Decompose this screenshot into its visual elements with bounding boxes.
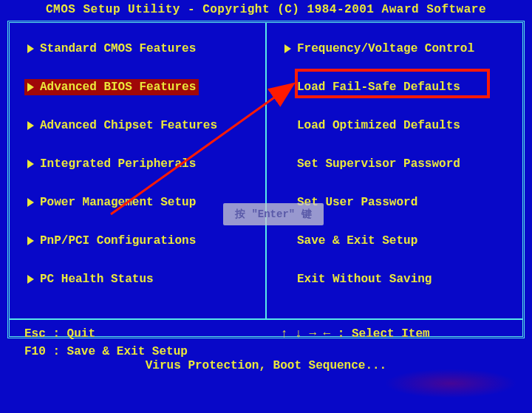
left-column: Standard CMOS Features Advanced BIOS Fea… [10, 23, 265, 318]
help-right: ↑ ↓ → ← : Select Item [251, 327, 508, 363]
menu-supervisor-password[interactable]: Set Supervisor Password [294, 156, 514, 172]
triangle-icon [27, 198, 34, 207]
menu-load-optimized[interactable]: Load Optimized Defaults [294, 117, 514, 134]
menu-load-failsafe[interactable]: Load Fail-Safe Defaults [294, 79, 514, 95]
menu-power-management[interactable]: Power Management Setup [24, 194, 256, 211]
triangle-icon [27, 83, 34, 92]
menu-label: Advanced Chipset Features [40, 119, 217, 132]
right-column: Frequency/Voltage Control Load Fail-Safe… [267, 23, 522, 318]
menu-standard-cmos[interactable]: Standard CMOS Features [24, 41, 256, 57]
menu-save-exit[interactable]: Save & Exit Setup [294, 233, 514, 249]
menu-label: PC Health Status [40, 273, 154, 286]
annotation-tooltip: 按 "Enter" 键 [223, 203, 324, 225]
menu-label: Advanced BIOS Features [40, 81, 196, 94]
menu-label: Frequency/Voltage Control [297, 42, 474, 55]
menu-advanced-chipset[interactable]: Advanced Chipset Features [24, 117, 256, 134]
menu-label: Power Management Setup [40, 196, 196, 209]
bios-title: CMOS Setup Utility - Copyright (C) 1984-… [0, 0, 532, 21]
menu-label: Integrated Peripherals [40, 157, 196, 171]
menu-exit-without-saving[interactable]: Exit Without Saving [294, 271, 514, 287]
help-esc: Esc : Quit [24, 327, 251, 341]
help-select: ↑ ↓ → ← : Select Item [281, 327, 508, 341]
triangle-icon [27, 275, 34, 284]
menu-label: Save & Exit Setup [297, 234, 417, 248]
menu-pc-health[interactable]: PC Health Status [24, 271, 256, 287]
menu-label: Load Optimized Defaults [297, 119, 460, 132]
triangle-icon [284, 44, 291, 53]
main-panel: Standard CMOS Features Advanced BIOS Fea… [7, 21, 525, 338]
menu-label: Set Supervisor Password [297, 157, 460, 171]
triangle-icon [27, 121, 34, 130]
menu-label: Exit Without Saving [297, 273, 432, 286]
menu-label: Standard CMOS Features [40, 42, 196, 55]
menu-pnp-pci[interactable]: PnP/PCI Configurations [24, 233, 256, 249]
triangle-icon [27, 236, 34, 245]
menu-label: PnP/PCI Configurations [40, 234, 196, 248]
menu-area: Standard CMOS Features Advanced BIOS Fea… [10, 23, 522, 318]
menu-label: Load Fail-Safe Defaults [297, 81, 460, 94]
triangle-icon [27, 44, 34, 53]
menu-advanced-bios[interactable]: Advanced BIOS Features [24, 79, 199, 95]
menu-frequency-voltage[interactable]: Frequency/Voltage Control [282, 41, 514, 57]
help-f10: F10 : Save & Exit Setup [24, 345, 251, 358]
triangle-icon [27, 160, 34, 168]
menu-user-password[interactable]: Set User Password [294, 194, 514, 211]
help-left: Esc : Quit F10 : Save & Exit Setup [24, 327, 251, 363]
menu-integrated-peripherals[interactable]: Integrated Peripherals [24, 156, 256, 172]
